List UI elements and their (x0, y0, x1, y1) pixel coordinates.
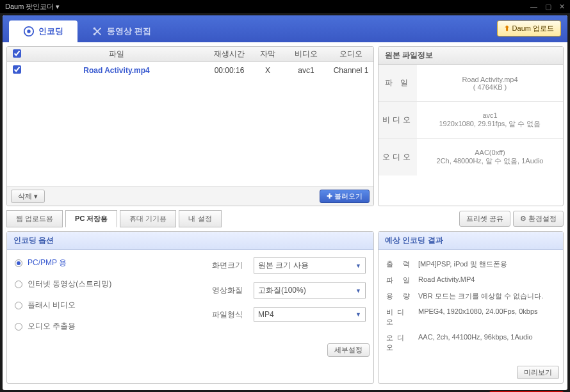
info-audio-label: 오디오 (379, 139, 417, 176)
svg-point-1 (27, 29, 30, 33)
info-audio-detail: 2Ch, 48000Hz, 알 수 없음, 1Audio (437, 156, 544, 166)
result-file-value: Road Activity.MP4 (418, 275, 555, 285)
screen-size-label: 화면크기 (212, 260, 247, 271)
info-file-size: ( 4764KB ) (473, 83, 507, 91)
result-file-label: 파 일 (386, 275, 418, 285)
result-video-label: 비디오 (386, 307, 418, 327)
tab-encoding-label: 인코딩 (38, 26, 63, 37)
svg-point-3 (94, 28, 96, 30)
col-video[interactable]: 비디오 (284, 49, 329, 60)
result-audio-label: 오디오 (386, 333, 418, 352)
window-title: Daum 팟인코더 ▾ (5, 2, 60, 12)
col-subtitle[interactable]: 자막 (252, 49, 284, 60)
file-list-panel: 파일 재생시간 자막 비디오 오디오 Road Activity.mp4 00:… (6, 46, 374, 206)
daum-upload-button[interactable]: ⬆ Daum 업로드 (497, 20, 561, 37)
row-video: avc1 (284, 66, 329, 75)
radio-icon (15, 281, 22, 288)
chevron-down-icon: ▼ (355, 311, 361, 318)
encoding-options-title: 인코딩 옵션 (7, 232, 373, 250)
titlebar: Daum 팟인코더 ▾ — ▢ ✕ (0, 0, 570, 13)
source-info-title: 원본 파일정보 (379, 47, 563, 65)
preset-tab-my[interactable]: 내 설정 (179, 210, 221, 227)
format-label: 파일형식 (212, 309, 247, 320)
env-settings-button[interactable]: ⚙환경설정 (513, 211, 564, 227)
radio-icon (15, 302, 22, 309)
encoding-icon (23, 26, 35, 37)
result-video-value: MPEG4, 1920x1080, 24.00Fps, 0kbps (418, 307, 555, 327)
tab-video-edit-label: 동영상 편집 (107, 26, 151, 37)
info-file-name: Road Activity.mp4 (462, 76, 517, 83)
result-size-label: 용 량 (386, 291, 418, 301)
result-output-label: 출 력 (386, 259, 418, 269)
format-dropdown[interactable]: MP4▼ (254, 307, 366, 322)
maximize-icon[interactable]: ▢ (545, 3, 551, 11)
encoding-result-panel: 예상 인코딩 결과 출 력[MP4]PSP, iPod 및 핸드폰용 파 일Ro… (378, 231, 564, 384)
select-all-checkbox[interactable] (13, 49, 21, 58)
tab-encoding[interactable]: 인코딩 (9, 20, 77, 42)
scissors-icon (92, 26, 103, 37)
preview-button[interactable]: 미리보기 (517, 366, 559, 379)
row-checkbox[interactable] (13, 65, 21, 74)
upload-arrow-icon: ⬆ (504, 24, 510, 33)
svg-point-2 (94, 33, 96, 36)
col-file[interactable]: 파일 (26, 49, 207, 60)
result-audio-value: AAC, 2ch, 44100Hz, 96kbps, 1Audio (418, 333, 555, 352)
info-video-detail: 1920x1080, 29.91fps, 알 수 없음 (439, 119, 541, 129)
close-icon[interactable]: ✕ (559, 3, 565, 11)
radio-internet[interactable]: 인터넷 동영상(스트리밍) (15, 279, 199, 290)
preset-share-button[interactable]: 프리셋 공유 (459, 211, 510, 227)
gear-icon: ⚙ (520, 215, 526, 223)
col-playtime[interactable]: 재생시간 (207, 49, 252, 60)
row-sub: X (252, 66, 284, 75)
result-output-value: [MP4]PSP, iPod 및 핸드폰용 (418, 259, 555, 269)
table-row[interactable]: Road Activity.mp4 00:00:16 X avc1 Channe… (7, 62, 373, 79)
quality-dropdown[interactable]: 고화질(100%)▼ (254, 282, 366, 298)
minimize-icon[interactable]: — (530, 3, 537, 11)
quality-label: 영상화질 (212, 285, 247, 296)
info-audio-codec: AAC(0xff) (475, 149, 505, 156)
radio-icon (15, 259, 22, 267)
radio-audio[interactable]: 오디오 추출용 (15, 321, 199, 332)
info-video-codec: avc1 (482, 111, 497, 119)
chevron-down-icon: ▼ (355, 288, 361, 294)
preset-tab-pc[interactable]: PC 저장용 (65, 210, 117, 227)
plus-icon: ✚ (327, 192, 332, 200)
preset-tab-mobile[interactable]: 휴대 기기용 (120, 210, 176, 227)
tab-video-edit[interactable]: 동영상 편집 (77, 20, 165, 42)
radio-icon (15, 323, 22, 331)
delete-button[interactable]: 삭제 ▾ (11, 190, 45, 203)
radio-pcpmp[interactable]: PC/PMP 용 (15, 257, 199, 268)
detail-settings-button[interactable]: 세부설정 (327, 343, 370, 357)
info-file-label: 파 일 (379, 65, 417, 101)
source-info-panel: 원본 파일정보 파 일 Road Activity.mp4 ( 4764KB )… (378, 46, 564, 206)
row-filename: Road Activity.mp4 (26, 66, 207, 75)
radio-flash[interactable]: 플래시 비디오 (15, 300, 199, 311)
col-audio[interactable]: 오디오 (329, 49, 373, 60)
main-tabbar: 인코딩 동영상 편집 ⬆ Daum 업로드 (3, 15, 567, 42)
result-title: 예상 인코딩 결과 (379, 232, 563, 250)
chevron-down-icon: ▼ (355, 263, 361, 269)
preset-tab-web[interactable]: 웹 업로드용 (6, 210, 63, 227)
row-audio: Channel 1 (329, 66, 373, 75)
row-time: 00:00:16 (207, 66, 252, 75)
result-size-value: VBR 모드는 크기를 예상할 수 없습니다. (418, 291, 555, 301)
load-button[interactable]: ✚불러오기 (320, 190, 370, 203)
encoding-options-panel: 인코딩 옵션 PC/PMP 용 인터넷 동영상(스트리밍) 플래시 비디오 오디… (6, 231, 374, 384)
screen-size-dropdown[interactable]: 원본 크기 사용▼ (254, 257, 366, 274)
info-video-label: 비디오 (379, 102, 417, 138)
